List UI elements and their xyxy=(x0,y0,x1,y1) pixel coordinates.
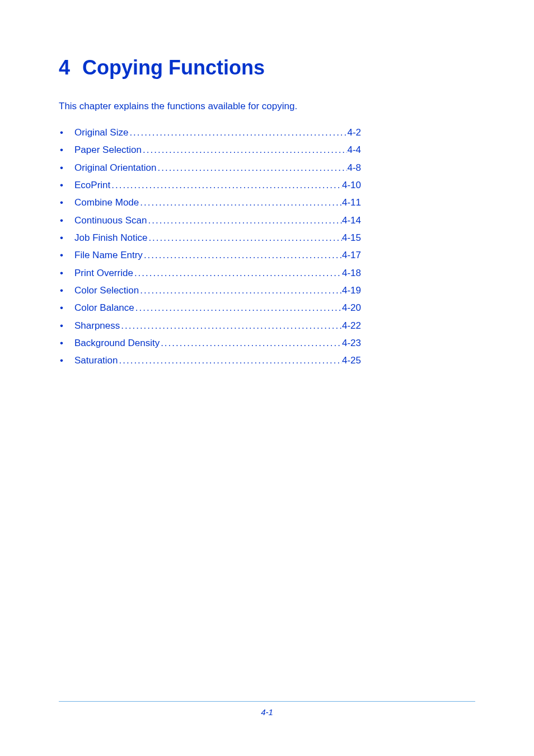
toc-page: 4-15 xyxy=(342,231,361,245)
toc-leader-dots xyxy=(142,143,347,157)
toc-page: 4-10 xyxy=(342,178,361,193)
bullet-icon: • xyxy=(59,301,74,315)
toc-leader-dots xyxy=(147,231,342,245)
toc-leader-dots xyxy=(118,353,342,368)
toc-label: Background Density xyxy=(74,336,160,351)
toc-leader-dots xyxy=(120,319,342,333)
toc-item[interactable]: •Saturation4-25 xyxy=(59,353,361,368)
toc-page: 4-17 xyxy=(342,248,361,263)
toc-item[interactable]: •Continuous Scan4-14 xyxy=(59,213,361,228)
toc-page: 4-25 xyxy=(342,353,361,368)
toc-label: Original Size xyxy=(74,125,128,140)
toc-item[interactable]: •Original Orientation4-8 xyxy=(59,161,361,175)
toc-item[interactable]: •Sharpness4-22 xyxy=(59,319,361,333)
toc-label: Combine Mode xyxy=(74,195,139,210)
toc-leader-dots xyxy=(110,178,342,193)
toc-label: File Name Entry xyxy=(74,248,143,263)
toc-page: 4-19 xyxy=(342,283,361,298)
bullet-icon: • xyxy=(59,143,74,157)
toc-leader-dots xyxy=(133,266,342,281)
toc-label: Paper Selection xyxy=(74,143,142,157)
bullet-icon: • xyxy=(59,266,74,281)
toc-page: 4-2 xyxy=(347,125,361,140)
toc-leader-dots xyxy=(160,336,342,351)
toc-leader-dots xyxy=(143,248,342,263)
bullet-icon: • xyxy=(59,283,74,298)
toc-page: 4-23 xyxy=(342,336,361,351)
page-number: 4-1 xyxy=(59,707,475,717)
toc-label: Print Override xyxy=(74,266,133,281)
intro-text: This chapter explains the functions avai… xyxy=(59,101,475,112)
toc-page: 4-8 xyxy=(347,161,361,175)
toc-label: Color Balance xyxy=(74,301,134,315)
toc-leader-dots xyxy=(147,213,341,228)
toc-label: EcoPrint xyxy=(74,178,110,193)
footer-divider xyxy=(59,701,475,702)
toc-item[interactable]: •File Name Entry4-17 xyxy=(59,248,361,263)
chapter-number: 4 xyxy=(59,56,70,80)
bullet-icon: • xyxy=(59,213,74,228)
bullet-icon: • xyxy=(59,336,74,351)
toc-item[interactable]: •Job Finish Notice4-15 xyxy=(59,231,361,245)
toc-label: Original Orientation xyxy=(74,161,156,175)
page-footer: 4-1 xyxy=(59,701,475,717)
toc-page: 4-20 xyxy=(342,301,361,315)
toc-item[interactable]: •Paper Selection4-4 xyxy=(59,143,361,157)
bullet-icon: • xyxy=(59,125,74,140)
bullet-icon: • xyxy=(59,195,74,210)
toc-item[interactable]: •EcoPrint4-10 xyxy=(59,178,361,193)
chapter-title: 4 Copying Functions xyxy=(59,56,475,80)
bullet-icon: • xyxy=(59,319,74,333)
toc-item[interactable]: •Color Balance4-20 xyxy=(59,301,361,315)
toc-leader-dots xyxy=(128,125,347,140)
toc-page: 4-18 xyxy=(342,266,361,281)
toc-label: Job Finish Notice xyxy=(74,231,147,245)
toc-page: 4-4 xyxy=(347,143,361,157)
toc-item[interactable]: •Original Size4-2 xyxy=(59,125,361,140)
bullet-icon: • xyxy=(59,161,74,175)
toc-page: 4-11 xyxy=(342,195,361,210)
toc-item[interactable]: •Color Selection4-19 xyxy=(59,283,361,298)
toc-leader-dots xyxy=(156,161,347,175)
toc-label: Sharpness xyxy=(74,319,120,333)
bullet-icon: • xyxy=(59,353,74,368)
toc-list: •Original Size4-2•Paper Selection4-4•Ori… xyxy=(59,125,361,368)
toc-page: 4-14 xyxy=(342,213,361,228)
toc-label: Color Selection xyxy=(74,283,139,298)
toc-leader-dots xyxy=(139,195,342,210)
bullet-icon: • xyxy=(59,178,74,193)
toc-leader-dots xyxy=(139,283,342,298)
bullet-icon: • xyxy=(59,248,74,263)
toc-item[interactable]: •Print Override4-18 xyxy=(59,266,361,281)
toc-leader-dots xyxy=(134,301,342,315)
bullet-icon: • xyxy=(59,231,74,245)
toc-page: 4-22 xyxy=(342,319,361,333)
toc-label: Continuous Scan xyxy=(74,213,147,228)
chapter-title-text: Copying Functions xyxy=(82,56,265,80)
toc-item[interactable]: •Background Density4-23 xyxy=(59,336,361,351)
toc-item[interactable]: •Combine Mode 4-11 xyxy=(59,195,361,210)
toc-label: Saturation xyxy=(74,353,118,368)
